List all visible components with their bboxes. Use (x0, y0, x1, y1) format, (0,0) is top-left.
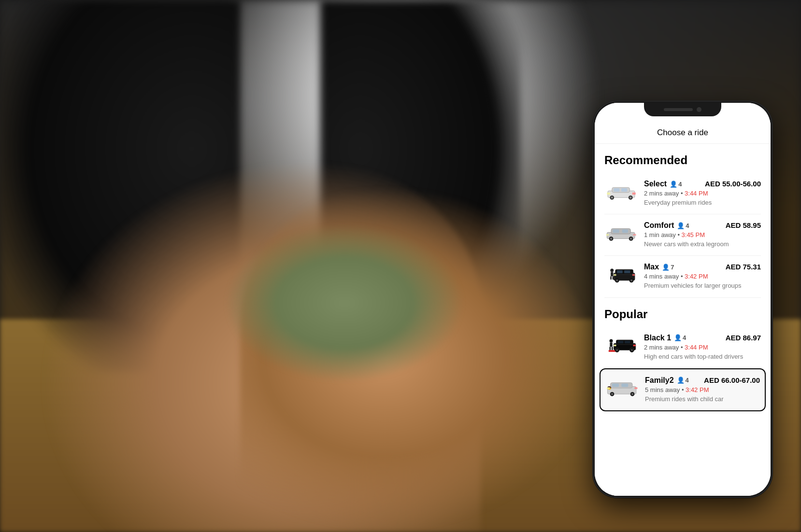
svg-rect-3 (621, 188, 627, 192)
svg-rect-27 (617, 270, 622, 273)
ride-item-comfort[interactable]: Comfort 👤 4 AED 58.95 1 min away (604, 214, 761, 256)
svg-rect-43 (625, 341, 630, 343)
ride-info-max: Max 👤 7 AED 75.31 4 mins away (644, 263, 761, 290)
svg-rect-23 (610, 276, 612, 280)
ride-capacity-family2: 👤 4 (677, 377, 689, 384)
svg-point-15 (610, 238, 612, 239)
ride-name-row-comfort: Comfort 👤 4 AED 58.95 (644, 221, 761, 230)
svg-rect-28 (624, 270, 630, 273)
ride-meta-max: 4 mins away • 3:42 PM (644, 273, 761, 280)
ride-name-select: Select 👤 4 (644, 180, 682, 188)
svg-rect-2 (614, 188, 619, 192)
ride-name-row-max: Max 👤 7 AED 75.31 (644, 263, 761, 271)
phone-screen: Choose a ride Recommended (595, 103, 771, 496)
ride-price-family2: AED 66.00-67.00 (704, 376, 760, 384)
car-svg-sedan-white (604, 182, 638, 201)
section-title-popular: Popular (604, 308, 761, 321)
phone-notch (644, 103, 721, 116)
car-image-select (604, 180, 638, 204)
svg-rect-48 (614, 345, 616, 347)
app-content: Choose a ride Recommended (595, 103, 771, 496)
svg-rect-49 (633, 345, 636, 347)
app-header: Choose a ride (595, 120, 771, 144)
car-image-family2: 🧒 (605, 376, 639, 400)
ride-item-max[interactable]: Max 👤 7 AED 75.31 4 mins away (604, 256, 761, 297)
app-title: Choose a ride (657, 128, 708, 137)
ride-price-black1: AED 86.97 (726, 334, 761, 342)
ride-price-max: AED 75.31 (726, 263, 761, 271)
ride-meta-comfort: 1 min away • 3:45 PM (644, 231, 761, 238)
svg-point-55 (611, 393, 613, 395)
svg-rect-9 (632, 193, 636, 195)
ride-desc-comfort: Newer cars with extra legroom (644, 240, 761, 249)
car-image-black1 (604, 334, 638, 358)
svg-point-35 (610, 339, 613, 342)
svg-rect-52 (612, 383, 619, 387)
ride-info-select: Select 👤 4 AED 55.00-56.00 2 mins away (644, 180, 761, 207)
svg-rect-37 (610, 347, 611, 350)
svg-rect-12 (613, 229, 619, 233)
section-title-recommended: Recommended (604, 154, 761, 167)
app-body: Recommended (595, 144, 771, 496)
svg-rect-13 (622, 229, 628, 233)
ride-name-family2: Family2 👤 4 (645, 376, 689, 385)
ride-price-comfort: AED 58.95 (726, 221, 761, 229)
svg-rect-53 (621, 383, 628, 387)
svg-point-17 (630, 238, 632, 239)
svg-rect-34 (632, 274, 635, 276)
svg-point-30 (616, 280, 618, 281)
svg-rect-18 (606, 234, 609, 236)
ride-item-family2[interactable]: 🧒 Family2 👤 4 (600, 368, 766, 411)
ride-info-family2: Family2 👤 4 AED 66.00-67.00 5 mins away (645, 376, 760, 404)
car-svg-comfort (604, 224, 638, 242)
ride-capacity-black1: 👤 4 (674, 334, 686, 341)
svg-point-47 (631, 349, 633, 351)
ride-capacity-select: 👤 4 (670, 181, 682, 188)
ride-meta-black1: 2 mins away • 3:44 PM (644, 344, 761, 351)
svg-rect-59 (607, 387, 610, 389)
svg-point-20 (633, 235, 636, 237)
svg-point-7 (629, 196, 631, 198)
svg-point-21 (610, 268, 614, 272)
ride-name-row-family2: Family2 👤 4 AED 66.00-67.00 (645, 376, 760, 385)
notch-camera (697, 107, 701, 112)
phone-device: Choose a ride Recommended (593, 101, 772, 497)
ride-meta-select: 2 mins away • 3:44 PM (644, 190, 761, 197)
svg-rect-36 (610, 342, 612, 347)
ride-price-select: AED 55.00-56.00 (705, 180, 761, 188)
car-svg-black-luxury (604, 335, 638, 356)
svg-rect-33 (614, 274, 616, 276)
ride-capacity-comfort: 👤 4 (677, 222, 689, 229)
ride-name-max: Max 👤 7 (644, 263, 674, 271)
ride-capacity-max: 👤 7 (662, 264, 674, 271)
svg-rect-22 (611, 272, 613, 276)
notch-speaker (664, 108, 693, 111)
ride-info-black1: Black 1 👤 4 AED 86.97 2 mins away (644, 334, 761, 361)
ride-name-row-select: Select 👤 4 AED 55.00-56.00 (644, 180, 761, 188)
ride-item-black1[interactable]: Black 1 👤 4 AED 86.97 2 mins away (604, 327, 761, 368)
ride-info-comfort: Comfort 👤 4 AED 58.95 1 min away (644, 221, 761, 249)
car-svg-family: 🧒 (605, 379, 639, 397)
car-image-max (604, 263, 638, 287)
svg-rect-8 (607, 193, 610, 195)
money-blob (224, 224, 464, 383)
ride-meta-family2: 5 mins away • 3:42 PM (645, 386, 760, 393)
ride-name-row-black1: Black 1 👤 4 AED 86.97 (644, 334, 761, 342)
ride-desc-select: Everyday premium rides (644, 198, 761, 207)
ride-name-black1: Black 1 👤 4 (644, 334, 686, 342)
svg-rect-60 (634, 387, 637, 389)
svg-rect-38 (612, 347, 613, 350)
car-svg-suv-black (604, 264, 638, 286)
svg-point-32 (630, 280, 632, 281)
ride-desc-family2: Premium rides with child car (645, 395, 760, 404)
ride-desc-max: Premium vehicles for larger groups (644, 281, 761, 290)
ride-desc-black1: High end cars with top-rated drivers (644, 352, 761, 361)
ride-item-select[interactable]: Select 👤 4 AED 55.00-56.00 2 mins away (604, 173, 761, 214)
car-image-comfort (604, 221, 638, 245)
svg-rect-42 (618, 341, 623, 343)
svg-point-45 (616, 349, 618, 351)
phone-frame: Choose a ride Recommended (593, 101, 772, 497)
svg-point-57 (631, 393, 633, 395)
ride-name-comfort: Comfort 👤 4 (644, 221, 689, 230)
svg-point-5 (611, 196, 613, 198)
